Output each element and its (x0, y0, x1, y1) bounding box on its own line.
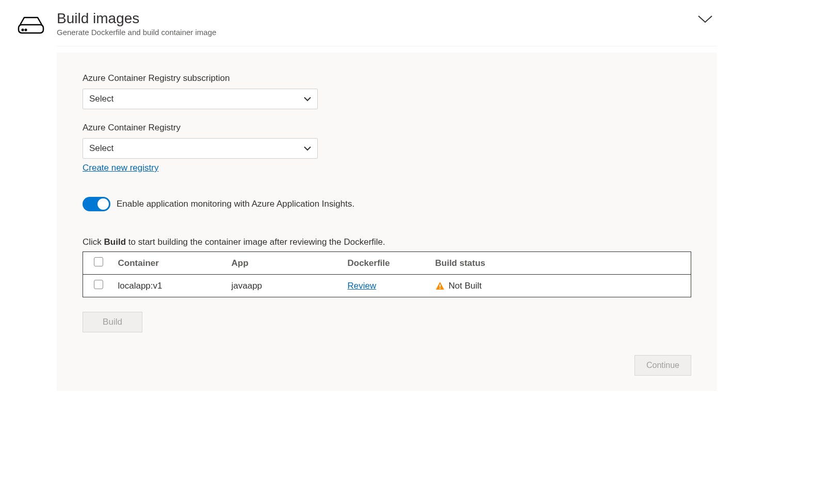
review-dockerfile-link[interactable]: Review (348, 281, 377, 291)
warning-icon (435, 281, 445, 291)
cell-status: Not Built (449, 281, 482, 291)
collapse-button[interactable] (693, 10, 717, 29)
registry-label: Azure Container Registry (83, 123, 691, 133)
chevron-down-icon (697, 18, 713, 25)
subscription-label: Azure Container Registry subscription (83, 73, 691, 83)
monitoring-label: Enable application monitoring with Azure… (117, 199, 354, 209)
continue-button[interactable]: Continue (634, 355, 691, 376)
table-row: localapp:v1 javaapp Review (83, 275, 691, 297)
col-header-status: Build status (431, 252, 691, 275)
chevron-down-icon (304, 144, 311, 153)
col-header-container: Container (114, 252, 227, 275)
page-title: Build images (57, 10, 216, 27)
svg-point-1 (22, 29, 24, 31)
chevron-down-icon (304, 95, 311, 103)
svg-rect-3 (440, 284, 441, 287)
subscription-select[interactable]: Select (83, 89, 318, 109)
section-header: Build images Generate Dockerfile and bui… (57, 10, 717, 46)
svg-point-2 (25, 29, 27, 31)
create-registry-link[interactable]: Create new registry (83, 163, 158, 173)
page-subtitle: Generate Dockerfile and build container … (57, 28, 216, 37)
row-checkbox[interactable] (94, 280, 103, 289)
registry-select[interactable]: Select (83, 138, 318, 159)
build-button[interactable]: Build (83, 312, 142, 332)
registry-select-value: Select (89, 143, 304, 154)
build-instruction: Click Build to start building the contai… (83, 237, 691, 247)
col-header-dockerfile: Dockerfile (344, 252, 431, 275)
images-table: Container App Dockerfile Build status lo… (83, 251, 691, 297)
form-panel: Azure Container Registry subscription Se… (57, 53, 717, 391)
disk-icon (17, 15, 45, 391)
monitoring-toggle[interactable] (83, 197, 110, 211)
subscription-select-value: Select (89, 94, 304, 104)
col-header-app: App (227, 252, 344, 275)
cell-app: javaapp (227, 275, 344, 297)
select-all-checkbox[interactable] (94, 257, 103, 266)
svg-rect-4 (440, 288, 441, 289)
cell-container: localapp:v1 (114, 275, 227, 297)
